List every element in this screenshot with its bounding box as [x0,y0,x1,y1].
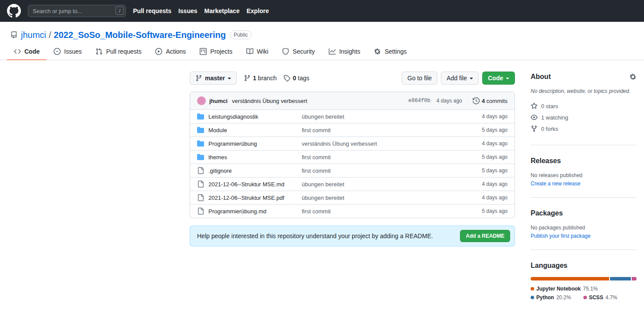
stars-count-label: 0 stars [541,103,558,109]
tab-issues[interactable]: Issues [47,44,89,60]
chevron-down-icon [228,78,231,79]
commit-message-link[interactable]: verständnis Übung verbessert [232,98,405,104]
language-item[interactable]: Python 20.2% [531,294,571,301]
current-branch-label: master [205,75,225,82]
edit-repo-details-gear-icon[interactable] [630,73,637,80]
file-name-link[interactable]: 2021-12-06--Struktur MSE.pdf [208,195,302,201]
github-logo[interactable] [7,4,21,18]
git-branch-icon [244,75,251,82]
search-input[interactable] [28,5,126,17]
nav-explore[interactable]: Explore [246,7,269,14]
row-commit-message-link[interactable]: first commit [302,154,460,161]
last-commit-date: 4 days ago [460,181,508,187]
add-readme-button[interactable]: Add a README [460,230,510,242]
tab-label: Issues [64,48,82,55]
tags-link[interactable]: 0 tags [283,75,309,82]
branch-count-label: branch [258,75,277,82]
tab-code[interactable]: Code [7,44,47,60]
tab-insights[interactable]: Insights [322,44,367,60]
file-row[interactable]: 2021-12-06--Struktur MSE.pdf übungen ber… [190,191,515,204]
file-icon [197,194,204,201]
last-commit-date: 5 days ago [460,154,508,160]
file-name-link[interactable]: themes [208,154,302,161]
row-commit-message-link[interactable]: first commit [302,127,460,133]
tab-label: Code [24,48,40,55]
commit-author-link[interactable]: jhumci [209,98,228,104]
language-item[interactable]: SCSS 4.7% [583,294,617,301]
row-commit-message-link[interactable]: first commit [302,208,460,215]
issue-opened-icon [54,48,61,55]
row-commit-message-link[interactable]: verständnis Übung verbessert [302,140,460,147]
file-name-link[interactable]: Programmierübung [208,140,302,147]
branch-tag-counts: 1 branch 0 tags [244,75,310,82]
folder-icon [197,140,204,147]
add-file-button[interactable]: Add file [441,72,479,85]
file-row[interactable]: .gitignore first commit 5 days ago [190,164,515,177]
file-row[interactable]: Leistungsdiagnostik übungen bereitet 4 d… [190,109,515,123]
file-row[interactable]: Programmierübung.md first commit 5 days … [190,204,515,218]
language-bar-segment [531,277,609,280]
fork-icon [531,125,538,132]
repo-tab-nav: Code Issues Pull requests Actions Projec… [0,44,644,60]
create-release-link[interactable]: Create a new release [531,181,580,187]
commit-sha-link[interactable]: e864f0b [409,98,430,104]
file-row[interactable]: 2021-12-06--Struktur MSE.md übungen bere… [190,177,515,191]
stars-link[interactable]: 0 stars [531,100,637,112]
about-title: About [531,72,551,82]
file-name-link[interactable]: 2021-12-06--Struktur MSE.md [208,181,302,188]
header-nav: Pull requests Issues Marketplace Explore [133,7,269,14]
row-commit-message-link[interactable]: first commit [302,168,460,174]
forks-link[interactable]: 0 forks [531,123,637,134]
tag-icon [283,75,290,82]
file-row[interactable]: themes first commit 5 days ago [190,150,515,164]
nav-pull-requests[interactable]: Pull requests [133,7,171,14]
language-percent: 75.1% [583,286,598,292]
language-item[interactable]: Jupyter Notebook 75.1% [531,285,598,293]
readme-suggestion-text: Help people interested in this repositor… [197,233,433,239]
tag-count: 0 [293,75,296,82]
go-to-file-button[interactable]: Go to file [402,72,437,85]
slash-key-hint: / [116,7,124,15]
language-name: Python [536,294,554,301]
file-row[interactable]: Programmierübung verständnis Übung verbe… [190,137,515,150]
repo-owner-link[interactable]: jhumci [21,29,46,41]
file-name-link[interactable]: Leistungsdiagnostik [208,113,302,120]
languages-legend: Jupyter Notebook 75.1% Python 20.2% SCSS… [531,285,637,301]
branches-link[interactable]: 1 branch [244,75,277,82]
commit-history-link[interactable]: 4 commits [473,97,508,104]
last-commit-date: 4 days ago [460,113,508,120]
tab-security[interactable]: Security [275,44,322,60]
packages-section: Packages No packages published Publish y… [531,208,637,250]
avatar[interactable] [197,96,206,105]
last-commit-date: 5 days ago [460,127,508,133]
commits-count-label: commits [487,98,508,104]
tab-projects[interactable]: Projects [193,44,239,60]
languages-section: Languages Jupyter Notebook 75.1% Python … [531,260,637,312]
file-name-link[interactable]: .gitignore [208,168,302,174]
file-name-link[interactable]: Module [208,127,302,133]
file-row[interactable]: Module first commit 5 days ago [190,123,515,137]
git-pull-request-icon [95,48,102,55]
watching-link[interactable]: 1 watching [531,112,637,123]
file-icon [197,181,204,188]
repo-title-separator: / [49,29,51,41]
languages-title: Languages [531,260,567,271]
tab-wiki[interactable]: Wiki [239,44,275,60]
file-name-link[interactable]: Programmierübung.md [208,208,302,215]
language-color-dot [531,296,534,299]
tab-pull-requests[interactable]: Pull requests [89,44,148,60]
tab-actions[interactable]: Actions [148,44,193,60]
row-commit-message-link[interactable]: übungen bereitet [302,113,460,120]
publish-package-link[interactable]: Publish your first package [531,233,590,239]
code-button[interactable]: Code [482,72,515,85]
repo-name-link[interactable]: 2022_SoSo_Mobile-Software-Engineering [54,29,226,41]
row-commit-message-link[interactable]: übungen bereitet [302,195,460,201]
folder-icon [197,113,204,120]
branch-select-button[interactable]: master [190,72,237,85]
tab-settings[interactable]: Settings [367,44,414,60]
nav-issues[interactable]: Issues [178,7,198,14]
row-commit-message-link[interactable]: übungen bereitet [302,181,460,188]
last-commit-date: 5 days ago [460,208,508,214]
tab-label: Pull requests [106,48,141,55]
nav-marketplace[interactable]: Marketplace [204,7,240,14]
